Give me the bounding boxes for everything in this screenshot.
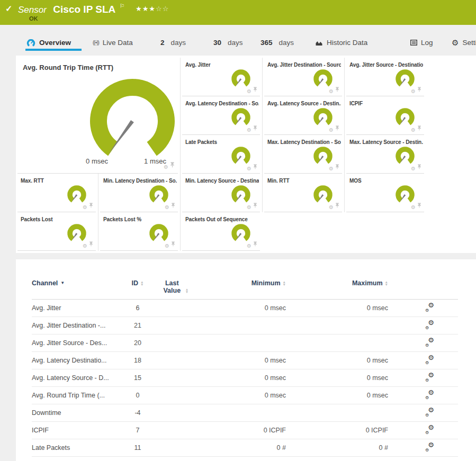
gear-icon[interactable]: ⚙ (83, 205, 87, 210)
pin-icon[interactable] (335, 85, 339, 94)
channel-settings-icon[interactable]: ⚙⚙ (425, 303, 434, 311)
tab-label: Historic Data (327, 39, 367, 47)
cell-id: 7 (122, 427, 154, 434)
gauge-tile: ICPIF⚙ (344, 96, 426, 135)
column-header-maximum[interactable]: Maximum ▲▼ (286, 279, 388, 287)
gear-icon[interactable]: ⚙ (329, 128, 334, 133)
tab-label: 365 (261, 39, 273, 47)
column-header-last-value[interactable]: Last Value ▲▼ (154, 279, 196, 294)
pin-icon[interactable] (253, 239, 257, 249)
star-filled-icon[interactable]: ★ (142, 5, 149, 13)
gear-icon[interactable]: ⚙ (411, 128, 416, 133)
tab-log[interactable]: Log (410, 39, 433, 47)
pin-icon[interactable] (417, 85, 421, 94)
table-row: Downtime-4⚙⚙ (32, 404, 458, 422)
pin-icon[interactable] (417, 162, 421, 171)
cell-minimum: 0 ICPIF (196, 427, 286, 434)
gauge-tile: Min. RTT⚙ (262, 174, 344, 212)
column-label: Last Value (161, 279, 183, 294)
cell-channel: Avg. Jitter Destination -... (32, 322, 122, 329)
gauge-title: Max. RTT (21, 178, 95, 184)
tab-label: 30 (213, 39, 221, 47)
star-filled-icon[interactable]: ★ (136, 5, 142, 13)
channels-panel: Channel ▼ ID ▲▼ Last Value ▲▼ Minimum ▲▼… (16, 259, 476, 461)
pin-icon[interactable] (253, 123, 257, 133)
channel-settings-icon[interactable]: ⚙⚙ (425, 391, 434, 399)
gear-icon[interactable]: ⚙ (247, 128, 252, 133)
star-filled-icon[interactable]: ★ (149, 5, 156, 13)
column-header-channel[interactable]: Channel ▼ (32, 279, 122, 287)
tab-label: 2 (160, 39, 165, 47)
flag-icon[interactable]: ⚐ (120, 3, 125, 9)
gear-icon[interactable]: ⚙ (247, 89, 252, 94)
cell-minimum: 0 # (196, 444, 286, 451)
channel-settings-icon[interactable]: ⚙⚙ (425, 443, 434, 451)
channel-settings-icon[interactable]: ⚙⚙ (425, 426, 434, 433)
gear-icon[interactable]: ⚙ (83, 243, 87, 249)
gear-icon[interactable]: ⚙ (411, 89, 416, 94)
gear-icon[interactable]: ⚙ (247, 166, 252, 171)
priority-stars[interactable]: ★★★☆☆ (136, 5, 169, 13)
tab-365-days[interactable]: 365days (261, 39, 294, 47)
column-label: Channel (32, 279, 58, 287)
cell-id: 0 (122, 392, 154, 399)
cell-channel: Late Packets (32, 444, 122, 451)
tab-30-days[interactable]: 30days (213, 39, 243, 47)
pin-icon[interactable] (253, 162, 257, 171)
tab-2-days[interactable]: 2days (160, 39, 186, 47)
pin-icon[interactable] (171, 239, 175, 249)
sensor-name: Cisco IP SLA (53, 4, 115, 15)
pin-icon[interactable] (335, 201, 339, 210)
tab-label: days (171, 39, 186, 47)
gear-icon[interactable]: ⚙ (329, 89, 334, 94)
tab-settings[interactable]: ⚙ Settings (452, 39, 476, 47)
table-row: Avg. Round Trip Time (...00 msec0 msec⚙⚙ (32, 387, 458, 404)
tab-label: Settings (462, 39, 476, 47)
tab-live-data[interactable]: ((•)) Live Data (93, 39, 133, 47)
pin-icon[interactable] (253, 85, 257, 94)
cell-maximum: 0 # (286, 444, 388, 451)
column-header-id[interactable]: ID ▲▼ (122, 279, 154, 287)
gear-icon[interactable]: ⚙ (247, 243, 252, 249)
tab-historic-data[interactable]: Historic Data (315, 39, 367, 47)
channel-settings-icon[interactable]: ⚙⚙ (425, 321, 434, 329)
area-chart-icon (315, 40, 323, 46)
gauge-title: Late Packets (185, 139, 259, 145)
cell-minimum: 0 msec (196, 392, 286, 399)
tab-overview[interactable]: Overview (26, 39, 71, 47)
gear-icon[interactable]: ⚙ (164, 165, 168, 170)
pin-icon[interactable] (171, 201, 175, 210)
status-ok-check-icon: ✓ (5, 4, 12, 14)
gauge-tile: Packets Lost⚙ (16, 212, 98, 251)
gauge-title: Min. Latency Destination - So... (103, 178, 177, 184)
cell-id: 20 (122, 339, 154, 347)
gear-icon[interactable]: ⚙ (329, 166, 334, 171)
pin-icon[interactable] (170, 160, 175, 170)
channel-settings-icon[interactable]: ⚙⚙ (425, 373, 434, 381)
gear-icon[interactable]: ⚙ (411, 166, 416, 171)
star-empty-icon[interactable]: ☆ (163, 5, 169, 13)
channel-settings-icon[interactable]: ⚙⚙ (425, 338, 434, 346)
channel-settings-icon[interactable]: ⚙⚙ (425, 408, 434, 416)
column-header-minimum[interactable]: Minimum ▲▼ (196, 279, 286, 287)
cell-minimum: 0 msec (196, 357, 286, 364)
gear-icon[interactable]: ⚙ (165, 243, 169, 249)
pin-icon[interactable] (89, 201, 93, 210)
gauge-tile: Max. Latency Destination - So...⚙ (262, 135, 344, 174)
star-empty-icon[interactable]: ☆ (156, 5, 163, 13)
gear-icon[interactable]: ⚙ (165, 205, 169, 210)
tab-label: Log (421, 39, 433, 47)
pin-icon[interactable] (335, 162, 339, 171)
pin-icon[interactable] (417, 123, 421, 133)
gear-icon[interactable]: ⚙ (411, 205, 416, 210)
pin-icon[interactable] (253, 201, 257, 210)
pin-icon[interactable] (417, 201, 421, 210)
pin-icon[interactable] (89, 239, 93, 249)
channel-settings-icon[interactable]: ⚙⚙ (425, 356, 434, 364)
pin-icon[interactable] (335, 123, 339, 133)
gear-icon[interactable]: ⚙ (247, 205, 252, 210)
sensor-kind-label: Sensor (18, 5, 47, 15)
column-label: Maximum (352, 279, 383, 287)
gear-icon[interactable]: ⚙ (329, 205, 334, 210)
cell-id: -4 (122, 409, 154, 417)
